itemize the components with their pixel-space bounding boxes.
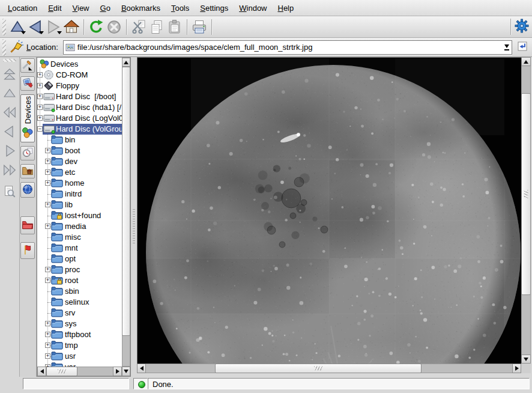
tree-item-mnt[interactable]: mnt xyxy=(37,243,122,254)
sidebar-splitter[interactable] xyxy=(131,57,137,377)
location-input[interactable]: file:/usr/share/backgrounds/images/space… xyxy=(63,40,512,55)
view-hscroll-thumb[interactable] xyxy=(215,364,422,373)
tree-scroll-right-button[interactable] xyxy=(113,367,122,376)
dropdown-arrow-icon[interactable] xyxy=(57,31,62,34)
tree-expander-plus-icon[interactable]: + xyxy=(45,278,50,283)
tree-expander-plus-icon[interactable]: + xyxy=(45,180,50,186)
up-button[interactable] xyxy=(8,18,26,36)
location-toolbar-grip[interactable] xyxy=(2,39,6,56)
navigation-strip-grip[interactable] xyxy=(3,59,16,62)
tree-item-lost-found[interactable]: lost+found xyxy=(37,210,122,221)
tree-expander-plus-icon[interactable]: + xyxy=(37,83,43,88)
tree-item-media[interactable]: +media xyxy=(37,221,122,232)
back-button[interactable] xyxy=(26,18,44,36)
tree-item-sbin[interactable]: sbin xyxy=(37,286,122,297)
tree-item-usr[interactable]: +usr xyxy=(37,351,122,362)
toolbar-grip[interactable] xyxy=(2,19,6,35)
menu-item-edit[interactable]: Edit xyxy=(43,1,67,15)
nav-back-button[interactable] xyxy=(2,124,17,140)
tree-item-lib[interactable]: +lib xyxy=(37,200,122,210)
reload-button[interactable] xyxy=(87,18,105,36)
menu-item-window[interactable]: Window xyxy=(234,1,272,15)
tree-expander-plus-icon[interactable]: + xyxy=(37,105,43,110)
menu-item-location[interactable]: Location xyxy=(2,1,43,15)
home-button[interactable] xyxy=(62,18,80,36)
stop-button[interactable] xyxy=(105,18,123,36)
tree-item-var[interactable]: +var xyxy=(37,362,122,367)
tree-vscroll-thumb[interactable] xyxy=(122,67,130,336)
print-button[interactable] xyxy=(190,18,208,36)
view-scroll-up-button[interactable] xyxy=(521,57,531,66)
cut-button[interactable] xyxy=(130,18,148,36)
tree-item-selinux[interactable]: selinux xyxy=(37,297,122,308)
tree-item-etc[interactable]: +etc xyxy=(37,167,122,178)
tree-item-hard-disc-volgrou[interactable]: −Hard Disc (VolGrou xyxy=(37,124,122,135)
nav-rewind-button[interactable] xyxy=(2,105,17,121)
paste-button[interactable] xyxy=(166,18,184,36)
tree-item-floppy[interactable]: +Floppy xyxy=(37,81,122,91)
tree-item-dev[interactable]: +dev xyxy=(37,156,122,167)
sidebar-tab-network[interactable] xyxy=(20,182,35,198)
tree-item-tmp[interactable]: +tmp xyxy=(37,340,122,351)
nav-page-up-button[interactable] xyxy=(2,68,17,84)
tree-scroll-up-button[interactable] xyxy=(122,58,130,67)
view-scroll-down-button[interactable] xyxy=(521,355,531,364)
tree-item-root[interactable]: +root xyxy=(37,275,122,286)
dropdown-arrow-icon[interactable] xyxy=(21,31,26,34)
tree-item-hard-disc-logvol0[interactable]: +Hard Disc (LogVol0 xyxy=(37,113,122,124)
tree-expander-plus-icon[interactable]: + xyxy=(45,159,50,164)
tree-hscroll-thumb[interactable] xyxy=(46,367,77,376)
menu-item-help[interactable]: Help xyxy=(273,1,300,15)
tree-item-boot[interactable]: +boot xyxy=(37,145,122,156)
go-button[interactable] xyxy=(516,41,529,54)
tree-item-sys[interactable]: +sys xyxy=(37,318,122,329)
sidebar-tab-root-folder[interactable] xyxy=(20,216,35,234)
tree-item-bin[interactable]: bin xyxy=(37,135,122,145)
forward-button[interactable] xyxy=(44,18,62,36)
tree-item-devices[interactable]: Devices xyxy=(37,59,122,70)
tree-expander-minus-icon[interactable]: − xyxy=(37,126,43,132)
tree-scroll-down-button[interactable] xyxy=(122,367,130,376)
nav-up-button[interactable] xyxy=(2,86,17,102)
menu-item-view[interactable]: View xyxy=(67,1,95,15)
tree-expander-plus-icon[interactable]: + xyxy=(45,169,50,175)
sidebar-tab-devices[interactable]: Devices xyxy=(20,94,35,142)
sidebar-tab-home-folder[interactable] xyxy=(20,164,35,178)
tree-item-proc[interactable]: +proc xyxy=(37,264,122,275)
splitter-handle[interactable] xyxy=(133,207,135,243)
nav-fast-forward-button[interactable] xyxy=(2,163,17,178)
copy-button[interactable] xyxy=(148,18,166,36)
sidebar-config-button[interactable] xyxy=(20,58,35,73)
menu-item-tools[interactable]: Tools xyxy=(166,1,195,15)
view-vscroll-thumb[interactable] xyxy=(521,93,531,295)
tree-expander-plus-icon[interactable]: + xyxy=(37,94,43,99)
nav-forward-button[interactable] xyxy=(2,144,17,159)
tree-expander-plus-icon[interactable]: + xyxy=(45,343,50,348)
view-scroll-right-button[interactable] xyxy=(512,364,521,373)
menu-item-settings[interactable]: Settings xyxy=(195,1,234,15)
tree-expander-plus-icon[interactable]: + xyxy=(45,332,50,337)
view-scroll-left-button[interactable] xyxy=(137,364,146,373)
sidebar-tab-history[interactable] xyxy=(20,146,35,160)
clear-location-button[interactable] xyxy=(8,39,25,56)
tree-item-cd-rom[interactable]: +CD-ROM xyxy=(37,70,122,81)
tree-item-srv[interactable]: srv xyxy=(37,308,122,318)
nav-find-button[interactable] xyxy=(2,184,17,200)
tree-item-misc[interactable]: misc xyxy=(37,232,122,243)
tree-item-initrd[interactable]: initrd xyxy=(37,189,122,200)
tree-expander-plus-icon[interactable]: + xyxy=(45,353,50,359)
tree-item-hard-disc-hda1[interactable]: +Hard Disc (hda1) [/ xyxy=(37,102,122,113)
tree-scroll-left-button[interactable] xyxy=(37,367,46,376)
location-dropdown-arrow[interactable] xyxy=(501,41,512,54)
tree-expander-plus-icon[interactable]: + xyxy=(45,202,50,207)
tree-expander-plus-icon[interactable]: + xyxy=(45,224,50,229)
tree-expander-plus-icon[interactable]: + xyxy=(45,321,50,326)
tree-item-hard-disc-boot[interactable]: +Hard Disc [/boot] xyxy=(37,91,122,102)
menu-item-bookmarks[interactable]: Bookmarks xyxy=(116,1,166,15)
tree-item-tftpboot[interactable]: +tftpboot xyxy=(37,329,122,340)
tree-expander-plus-icon[interactable]: + xyxy=(37,115,43,121)
tree-item-opt[interactable]: opt xyxy=(37,254,122,264)
sidebar-tab-bookmarks[interactable] xyxy=(20,76,35,91)
tree-expander-plus-icon[interactable]: + xyxy=(45,148,50,153)
tree-item-home[interactable]: +home xyxy=(37,178,122,189)
